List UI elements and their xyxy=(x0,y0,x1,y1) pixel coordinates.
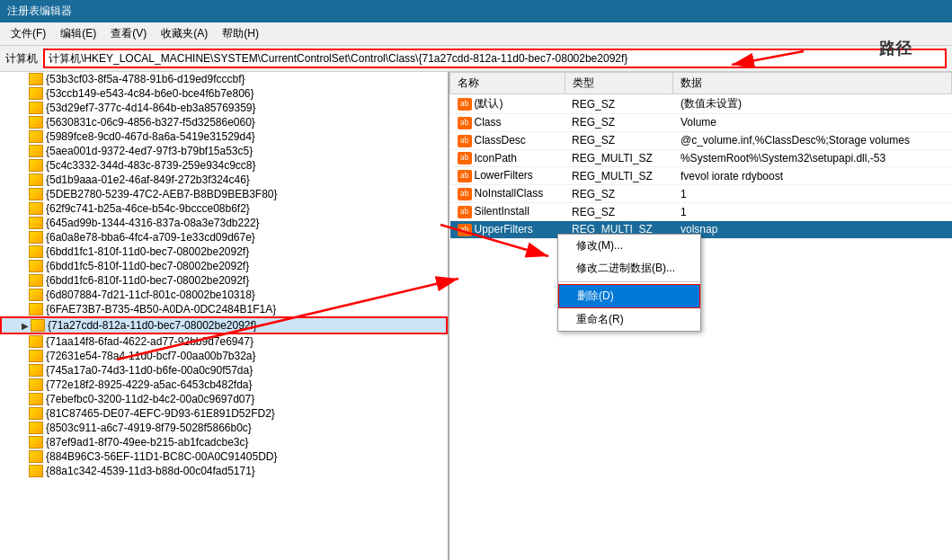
menu-favorites[interactable]: 收藏夹(A) xyxy=(154,24,215,43)
tree-item[interactable]: {81C87465-DE07-4EFC-9D93-61E891D52FD2} xyxy=(0,406,448,421)
tree-item[interactable]: {6bdd1fc1-810f-11d0-bec7-08002be2092f} xyxy=(0,244,448,259)
menu-file[interactable]: 文件(F) xyxy=(4,24,53,43)
table-row[interactable]: abClassDescREG_SZ@c_volume.inf,%ClassDes… xyxy=(450,131,952,149)
folder-icon xyxy=(29,87,43,100)
menu-edit[interactable]: 编辑(E) xyxy=(53,24,103,43)
reg-type-icon: ab xyxy=(458,188,472,200)
tree-label: {72631e54-78a4-11d0-bcf7-00aa00b7b32a} xyxy=(46,350,256,362)
reg-data: 1 xyxy=(673,203,952,221)
folder-icon xyxy=(29,422,43,434)
folder-icon xyxy=(29,217,43,229)
folder-icon xyxy=(29,364,43,377)
table-row[interactable]: abLowerFiltersREG_MULTI_SZfvevol iorate … xyxy=(450,167,952,185)
folder-icon xyxy=(29,450,43,463)
folder-icon xyxy=(29,350,43,362)
folder-icon xyxy=(29,116,43,129)
folder-icon xyxy=(29,436,43,449)
context-menu-item[interactable]: 修改(M)... xyxy=(558,235,700,257)
tree-label: {62f9c741-b25a-46ce-b54c-9bccce08b6f2} xyxy=(46,202,250,215)
tree-label: {5d1b9aaa-01e2-46af-849f-272b3f324c46} xyxy=(46,173,250,186)
reg-type-icon: ab xyxy=(458,224,472,236)
table-row[interactable]: abNoInstallClassREG_SZ1 xyxy=(450,185,952,203)
reg-name: abNoInstallClass xyxy=(450,185,565,203)
reg-name: abClassDesc xyxy=(450,131,565,149)
tree-item[interactable]: {72631e54-78a4-11d0-bcf7-00aa00b7b32a} xyxy=(0,349,448,363)
reg-type-icon: ab xyxy=(458,170,472,182)
tree-item[interactable]: ▶{71a27cdd-812a-11d0-bec7-08002be2092f} xyxy=(0,316,448,334)
menu-help[interactable]: 帮助(H) xyxy=(215,24,266,43)
reg-data: 1 xyxy=(673,185,952,203)
tree-item[interactable]: {8503c911-a6c7-4919-8f79-5028f5866b0c} xyxy=(0,421,448,435)
tree-label: {6bdd1fc5-810f-11d0-bec7-08002be2092f} xyxy=(46,260,249,272)
table-row[interactable]: abSilentInstallREG_SZ1 xyxy=(450,203,952,221)
tree-item[interactable]: {5c4c3332-344d-483c-8739-259e934c9cc8} xyxy=(0,158,448,173)
tree-item[interactable]: {7ebefbc0-3200-11d2-b4c2-00a0c9697d07} xyxy=(0,392,448,406)
tree-item[interactable]: {5DEB2780-5239-47C2-AEB7-B8BD9BEB3F80} xyxy=(0,187,448,201)
reg-data: (数值未设置) xyxy=(673,94,952,114)
tree-item[interactable]: {53b3cf03-8f5a-4788-91b6-d19ed9fcccbf} xyxy=(0,72,448,86)
context-menu-item[interactable]: 删除(D) xyxy=(558,284,700,308)
tree-arrow: ▶ xyxy=(20,321,31,331)
folder-icon xyxy=(29,378,43,391)
menu-bar: 文件(F) 编辑(E) 查看(V) 收藏夹(A) 帮助(H) xyxy=(0,22,952,46)
folder-icon xyxy=(29,231,43,244)
tree-item[interactable]: {53d29ef7-377c-4d14-864b-eb3a85769359} xyxy=(0,101,448,115)
tree-item[interactable]: {772e18f2-8925-4229-a5ac-6453cb482fda} xyxy=(0,378,448,392)
reg-type: REG_SZ xyxy=(565,185,673,203)
folder-icon xyxy=(29,465,43,477)
title-bar-label: 注册表编辑器 xyxy=(7,4,72,19)
main-container: {53b3cf03-8f5a-4788-91b6-d19ed9fcccbf}{5… xyxy=(0,72,952,560)
table-row[interactable]: abIconPathREG_MULTI_SZ%SystemRoot%\Syste… xyxy=(450,149,952,167)
context-menu-item[interactable]: 修改二进制数据(B)... xyxy=(558,257,700,280)
tree-item[interactable]: {6a0a8e78-bba6-4fc4-a709-1e33cd09d67e} xyxy=(0,230,448,244)
registry-tree[interactable]: {53b3cf03-8f5a-4788-91b6-d19ed9fcccbf}{5… xyxy=(0,72,449,560)
reg-name: abClass xyxy=(450,114,565,132)
tree-item[interactable]: {6d807884-7d21-11cf-801c-08002be10318} xyxy=(0,288,448,302)
tree-item[interactable]: {645ad99b-1344-4316-837a-08a3e73db222} xyxy=(0,216,448,230)
tree-label: {6a0a8e78-bba6-4fc4-a709-1e33cd09d67e} xyxy=(46,231,255,244)
tree-label: {5DEB2780-5239-47C2-AEB7-B8BD9BEB3F80} xyxy=(46,188,278,200)
context-menu-item[interactable]: 重命名(R) xyxy=(558,308,700,331)
tree-item[interactable]: {884B96C3-56EF-11D1-BC8C-00A0C91405DD} xyxy=(0,449,448,464)
tree-label: {71aa14f8-6fad-4622-ad77-92bb9d7e6947} xyxy=(46,335,254,348)
tree-item[interactable]: {5989fce8-9cd0-467d-8a6a-5419e31529d4} xyxy=(0,129,448,144)
reg-type: REG_SZ xyxy=(565,94,673,114)
reg-type: REG_MULTI_SZ xyxy=(565,167,673,185)
context-menu: 修改(M)...修改二进制数据(B)...删除(D)重命名(R) xyxy=(557,234,701,332)
tree-item[interactable]: {53ccb149-e543-4c84-b6e0-bce4f6b7e806} xyxy=(0,86,448,101)
svg-line-1 xyxy=(732,51,804,65)
tree-item[interactable]: {87ef9ad1-8f70-49ee-b215-ab1fcadcbe3c} xyxy=(0,435,448,449)
reg-type-icon: ab xyxy=(458,152,472,164)
col-name[interactable]: 名称 xyxy=(450,73,565,94)
tree-item[interactable]: {88a1c342-4539-11d3-b88d-00c04fad5171} xyxy=(0,464,448,478)
col-type[interactable]: 类型 xyxy=(565,73,673,94)
tree-item[interactable]: {6bdd1fc6-810f-11d0-bec7-08002be2092f} xyxy=(0,273,448,288)
tree-label: {88a1c342-4539-11d3-b88d-00c04fad5171} xyxy=(46,465,255,477)
folder-icon xyxy=(29,260,43,272)
tree-item[interactable]: {6FAE73B7-B735-4B50-A0DA-0DC2484B1F1A} xyxy=(0,302,448,316)
table-row[interactable]: abClassREG_SZVolume xyxy=(450,114,952,132)
tree-item[interactable]: {62f9c741-b25a-46ce-b54c-9bccce08b6f2} xyxy=(0,201,448,216)
reg-data: Volume xyxy=(673,114,952,132)
reg-type: REG_SZ xyxy=(565,131,673,149)
reg-data: @c_volume.inf,%ClassDesc%;Storage volume… xyxy=(673,131,952,149)
tree-item[interactable]: {5630831c-06c9-4856-b327-f5d32586e060} xyxy=(0,115,448,129)
folder-icon xyxy=(29,159,43,172)
reg-data: %SystemRoot%\System32\setupapi.dll,-53 xyxy=(673,149,952,167)
tree-item[interactable]: {5d1b9aaa-01e2-46af-849f-272b3f324c46} xyxy=(0,173,448,187)
reg-type: REG_SZ xyxy=(565,203,673,221)
reg-type-icon: ab xyxy=(458,206,472,218)
tree-item[interactable]: {5aea001d-9372-4ed7-97f3-b79bf15a53c5} xyxy=(0,144,448,158)
reg-data: fvevol iorate rdyboost xyxy=(673,167,952,185)
table-row[interactable]: ab(默认)REG_SZ(数值未设置) xyxy=(450,94,952,114)
reg-name: ab(默认) xyxy=(450,94,565,114)
tree-item[interactable]: {6bdd1fc5-810f-11d0-bec7-08002be2092f} xyxy=(0,259,448,273)
tree-label: {87ef9ad1-8f70-49ee-b215-ab1fcadcbe3c} xyxy=(46,436,249,449)
tree-item[interactable]: {71aa14f8-6fad-4622-ad77-92bb9d7e6947} xyxy=(0,334,448,349)
menu-view[interactable]: 查看(V) xyxy=(103,24,154,43)
tree-label: {645ad99b-1344-4316-837a-08a3e73db222} xyxy=(46,217,260,229)
tree-label: {6bdd1fc6-810f-11d0-bec7-08002be2092f} xyxy=(46,274,249,287)
tree-item[interactable]: {745a17a0-74d3-11d0-b6fe-00a0c90f57da} xyxy=(0,363,448,378)
reg-type-icon: ab xyxy=(458,135,472,147)
folder-icon xyxy=(29,202,43,215)
